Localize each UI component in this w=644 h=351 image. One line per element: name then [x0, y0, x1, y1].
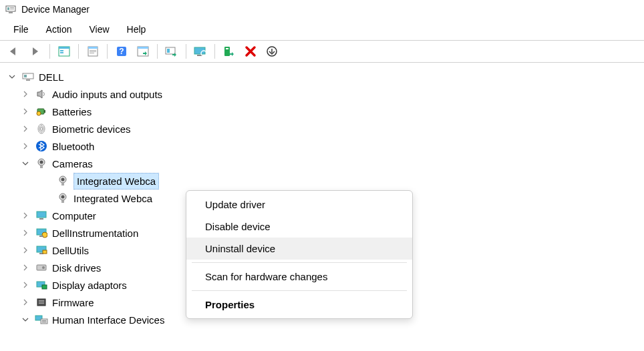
toolbar-separator [186, 44, 186, 59]
tree-label: Integrated Webca [73, 173, 159, 190]
tree-label: Disk drives [52, 261, 101, 275]
svg-rect-59 [39, 302, 44, 302]
view-options-button[interactable] [262, 42, 282, 61]
cm-disable-device[interactable]: Disable device [186, 216, 412, 238]
update-driver-button[interactable] [162, 42, 182, 61]
cm-separator [192, 290, 407, 291]
svg-rect-10 [88, 47, 98, 49]
svg-text:?: ? [119, 47, 124, 56]
svg-rect-44 [61, 200, 64, 203]
back-button[interactable] [4, 42, 24, 61]
tree-node-biometric[interactable]: Biometric devices [16, 120, 641, 137]
chevron-down-icon[interactable] [20, 314, 31, 325]
toolbar-separator [107, 44, 108, 59]
tree-root[interactable]: DELL [3, 68, 641, 85]
svg-rect-38 [40, 165, 43, 168]
tree-label: DellUtils [52, 244, 89, 258]
menu-file[interactable]: File [5, 21, 37, 37]
chevron-right-icon[interactable] [20, 141, 31, 151]
chevron-right-icon[interactable] [20, 210, 31, 221]
svg-rect-60 [39, 303, 44, 304]
battery-icon [35, 105, 48, 118]
svg-rect-12 [90, 51, 96, 52]
chevron-right-icon[interactable] [20, 262, 31, 273]
tree-node-bluetooth[interactable]: Bluetooth [16, 137, 641, 155]
chevron-right-icon[interactable] [20, 106, 31, 117]
title-bar: Device Manager [0, 0, 644, 19]
app-icon [5, 4, 16, 15]
svg-rect-24 [226, 48, 228, 49]
cm-uninstall-device[interactable]: Uninstall device [186, 238, 412, 260]
cm-separator [192, 262, 407, 263]
svg-rect-8 [60, 52, 63, 53]
chevron-right-icon[interactable] [20, 228, 31, 238]
svg-rect-3 [10, 9, 14, 9]
menu-help[interactable]: Help [119, 21, 154, 37]
chevron-right-icon[interactable] [20, 280, 31, 290]
tree-node-cameras[interactable]: Cameras [16, 155, 641, 172]
chevron-right-icon[interactable] [20, 245, 31, 256]
tree-root-label: DELL [39, 70, 64, 84]
svg-rect-2 [10, 7, 14, 8]
svg-rect-52 [43, 250, 47, 254]
firmware-icon [35, 296, 48, 309]
svg-rect-4 [9, 12, 13, 13]
action-list-button[interactable] [133, 42, 153, 61]
cm-update-driver[interactable]: Update driver [186, 194, 412, 216]
forward-button[interactable] [25, 42, 45, 61]
svg-rect-46 [39, 218, 43, 220]
fingerprint-icon [35, 122, 48, 135]
chevron-right-icon[interactable] [20, 297, 31, 308]
camera-icon [56, 192, 69, 205]
menu-bar: File Action View Help [0, 19, 644, 40]
menu-view[interactable]: View [81, 21, 117, 37]
tree-label: Firmware [52, 296, 94, 310]
toolbar: ? [0, 40, 644, 63]
camera-icon [35, 157, 48, 170]
svg-point-37 [40, 161, 43, 164]
tree-node-audio[interactable]: Audio inputs and outputs [16, 85, 641, 103]
menu-action[interactable]: Action [38, 21, 80, 37]
hid-icon [35, 313, 48, 326]
tree-node-batteries[interactable]: Batteries [16, 103, 641, 120]
svg-rect-45 [37, 212, 46, 218]
tree-label: Computer [52, 209, 96, 223]
chevron-down-icon[interactable] [7, 71, 17, 82]
show-hide-tree-button[interactable] [54, 42, 74, 61]
tree-label: Audio inputs and outputs [52, 87, 162, 101]
add-legacy-button[interactable] [219, 42, 239, 61]
chevron-right-icon[interactable] [20, 123, 31, 134]
svg-point-34 [41, 127, 43, 131]
tree-leaf-integrated-webcam-1[interactable]: Integrated Webca [37, 172, 641, 190]
tree-label: Cameras [52, 157, 93, 171]
bluetooth-icon [35, 139, 48, 153]
svg-rect-64 [42, 322, 46, 322]
dell-utils-icon [35, 244, 48, 257]
svg-point-54 [42, 266, 45, 269]
cm-scan-hardware[interactable]: Scan for hardware changes [186, 266, 412, 288]
svg-rect-1 [7, 7, 9, 10]
svg-rect-56 [42, 285, 47, 289]
disk-icon [35, 261, 48, 274]
chevron-down-icon[interactable] [20, 158, 31, 169]
scan-hardware-button[interactable] [190, 42, 210, 61]
svg-rect-62 [41, 319, 47, 324]
uninstall-button[interactable] [240, 42, 261, 61]
properties-button[interactable] [83, 42, 103, 61]
tree-label: Batteries [52, 105, 92, 119]
camera-icon [56, 174, 69, 188]
cm-properties[interactable]: Properties [186, 294, 412, 316]
tree-label: Integrated Webca [73, 192, 152, 206]
svg-rect-7 [60, 50, 63, 51]
computer-icon [21, 70, 35, 83]
help-button[interactable]: ? [112, 42, 132, 61]
svg-rect-6 [59, 47, 69, 49]
toolbar-separator [78, 44, 79, 59]
svg-rect-27 [24, 75, 27, 77]
toolbar-separator [214, 44, 215, 59]
chevron-right-icon[interactable] [20, 89, 31, 99]
svg-rect-30 [44, 110, 45, 113]
toolbar-separator [157, 44, 158, 59]
tree-label: DellInstrumentation [52, 226, 138, 240]
svg-rect-13 [90, 53, 94, 53]
